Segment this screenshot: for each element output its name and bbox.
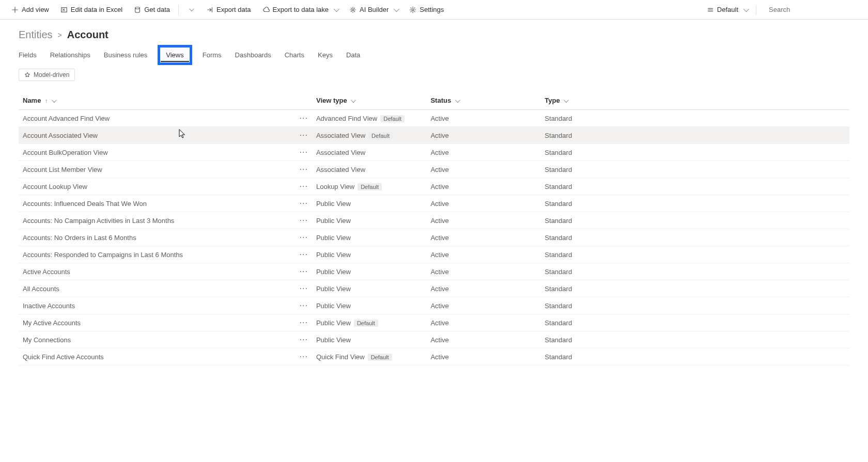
tab-views[interactable]: Views bbox=[161, 48, 189, 62]
row-name[interactable]: Account Advanced Find View bbox=[19, 110, 296, 127]
get-data-button[interactable]: Get data bbox=[130, 4, 174, 15]
row-more-button[interactable]: ··· bbox=[296, 212, 312, 229]
table-row[interactable]: Account BulkOperation View···Associated … bbox=[19, 144, 849, 161]
settings-button[interactable]: Settings bbox=[405, 4, 448, 15]
row-view-type-label: Associated View bbox=[316, 132, 365, 139]
breadcrumb-root[interactable]: Entities bbox=[19, 29, 53, 41]
export-to-data-lake-button[interactable]: Export to data lake bbox=[258, 4, 342, 15]
tab-forms[interactable]: Forms bbox=[203, 48, 222, 62]
row-view-type-label: Public View bbox=[316, 268, 351, 276]
model-driven-label: Model-driven bbox=[34, 71, 69, 78]
col-header-status[interactable]: Status bbox=[426, 91, 540, 110]
tab-data[interactable]: Data bbox=[346, 48, 360, 62]
tab-charts[interactable]: Charts bbox=[285, 48, 304, 62]
row-more-button[interactable]: ··· bbox=[296, 314, 312, 331]
default-view-dropdown[interactable]: Default bbox=[703, 4, 752, 15]
row-more-button[interactable]: ··· bbox=[296, 195, 312, 212]
table-row[interactable]: Account List Member View···Associated Vi… bbox=[19, 161, 849, 178]
row-name[interactable]: Accounts: No Campaign Activities in Last… bbox=[19, 212, 296, 229]
row-name[interactable]: Accounts: Influenced Deals That We Won bbox=[19, 195, 296, 212]
row-status: Active bbox=[426, 195, 540, 212]
gear-icon bbox=[409, 6, 416, 13]
table-row[interactable]: My Connections···Public ViewActiveStanda… bbox=[19, 331, 849, 348]
row-name[interactable]: Account BulkOperation View bbox=[19, 144, 296, 161]
row-more-button[interactable]: ··· bbox=[296, 297, 312, 314]
search-box[interactable] bbox=[761, 3, 861, 16]
row-more-button[interactable]: ··· bbox=[296, 144, 312, 161]
row-name[interactable]: Account Lookup View bbox=[19, 178, 296, 195]
table-row[interactable]: Account Lookup View···Lookup ViewDefault… bbox=[19, 178, 849, 195]
model-driven-chip[interactable]: Model-driven bbox=[19, 69, 75, 81]
table-row[interactable]: Account Associated View···Associated Vie… bbox=[19, 127, 849, 144]
row-more-button[interactable]: ··· bbox=[296, 110, 312, 127]
row-more-button[interactable]: ··· bbox=[296, 263, 312, 280]
export-data-button[interactable]: Export data bbox=[202, 4, 255, 15]
search-input[interactable] bbox=[768, 5, 857, 14]
col-header-type[interactable]: Type bbox=[540, 91, 849, 110]
tab-keys[interactable]: Keys bbox=[318, 48, 333, 62]
row-name[interactable]: My Connections bbox=[19, 331, 296, 348]
tab-relationships[interactable]: Relationships bbox=[50, 48, 90, 62]
table-row[interactable]: All Accounts···Public ViewActiveStandard bbox=[19, 280, 849, 297]
row-more-button[interactable]: ··· bbox=[296, 348, 312, 365]
row-view-type: Public View bbox=[312, 331, 427, 348]
row-more-button[interactable]: ··· bbox=[296, 246, 312, 263]
row-view-type-label: Public View bbox=[316, 217, 351, 225]
row-name[interactable]: Accounts: No Orders in Last 6 Months bbox=[19, 229, 296, 246]
table-row[interactable]: Accounts: No Orders in Last 6 Months···P… bbox=[19, 229, 849, 246]
excel-icon bbox=[60, 6, 68, 13]
row-view-type-label: Associated View bbox=[316, 149, 365, 156]
get-data-dropdown[interactable] bbox=[183, 6, 199, 13]
default-view-label: Default bbox=[717, 6, 738, 13]
row-name[interactable]: Inactive Accounts bbox=[19, 297, 296, 314]
col-header-view-type[interactable]: View type bbox=[312, 91, 427, 110]
row-view-type: Public View bbox=[312, 280, 427, 297]
row-name[interactable]: Account List Member View bbox=[19, 161, 296, 178]
row-more-button[interactable]: ··· bbox=[296, 178, 312, 195]
row-name[interactable]: My Active Accounts bbox=[19, 314, 296, 331]
svg-point-1 bbox=[135, 7, 140, 9]
row-more-button[interactable]: ··· bbox=[296, 127, 312, 144]
breadcrumb-leaf: Account bbox=[67, 29, 109, 41]
table-row[interactable]: Quick Find Active Accounts···Quick Find … bbox=[19, 348, 849, 365]
table-row[interactable]: Inactive Accounts···Public ViewActiveSta… bbox=[19, 297, 849, 314]
row-status: Active bbox=[426, 144, 540, 161]
tab-dashboards[interactable]: Dashboards bbox=[235, 48, 271, 62]
content-area: Entities > Account Fields Relationships … bbox=[0, 20, 868, 365]
row-status: Active bbox=[426, 212, 540, 229]
filter-icon bbox=[24, 72, 30, 78]
row-more-button[interactable]: ··· bbox=[296, 229, 312, 246]
row-view-type-label: Public View bbox=[316, 336, 351, 344]
row-view-type: Quick Find ViewDefault bbox=[312, 348, 427, 365]
table-row[interactable]: Accounts: No Campaign Activities in Last… bbox=[19, 212, 849, 229]
row-name[interactable]: Accounts: Responded to Campaigns in Last… bbox=[19, 246, 296, 263]
row-name[interactable]: Quick Find Active Accounts bbox=[19, 348, 296, 365]
tab-fields[interactable]: Fields bbox=[19, 48, 37, 62]
table-row[interactable]: Active Accounts···Public ViewActiveStand… bbox=[19, 263, 849, 280]
table-row[interactable]: Accounts: Responded to Campaigns in Last… bbox=[19, 246, 849, 263]
edit-in-excel-label: Edit data in Excel bbox=[71, 6, 122, 13]
col-header-name[interactable]: Name ↑ bbox=[19, 91, 296, 110]
row-view-type-label: Public View bbox=[316, 234, 351, 242]
command-bar: Add view Edit data in Excel Get data Exp… bbox=[0, 0, 868, 20]
row-more-button[interactable]: ··· bbox=[296, 331, 312, 348]
row-status: Active bbox=[426, 297, 540, 314]
row-status: Active bbox=[426, 348, 540, 365]
row-status: Active bbox=[426, 246, 540, 263]
row-view-type-label: Lookup View bbox=[316, 183, 354, 190]
settings-label: Settings bbox=[420, 6, 444, 13]
table-row[interactable]: Accounts: Influenced Deals That We Won··… bbox=[19, 195, 849, 212]
row-name[interactable]: Account Associated View bbox=[19, 127, 296, 144]
ai-builder-label: AI Builder bbox=[360, 6, 389, 13]
table-row[interactable]: Account Advanced Find View···Advanced Fi… bbox=[19, 110, 849, 127]
row-more-button[interactable]: ··· bbox=[296, 280, 312, 297]
edit-in-excel-button[interactable]: Edit data in Excel bbox=[56, 4, 127, 15]
tab-business-rules[interactable]: Business rules bbox=[104, 48, 148, 62]
ai-builder-button[interactable]: AI Builder bbox=[345, 4, 402, 15]
sort-asc-icon: ↑ bbox=[45, 98, 48, 104]
row-name[interactable]: All Accounts bbox=[19, 280, 296, 297]
add-view-button[interactable]: Add view bbox=[7, 4, 53, 15]
row-name[interactable]: Active Accounts bbox=[19, 263, 296, 280]
table-row[interactable]: My Active Accounts···Public ViewDefaultA… bbox=[19, 314, 849, 331]
row-more-button[interactable]: ··· bbox=[296, 161, 312, 178]
